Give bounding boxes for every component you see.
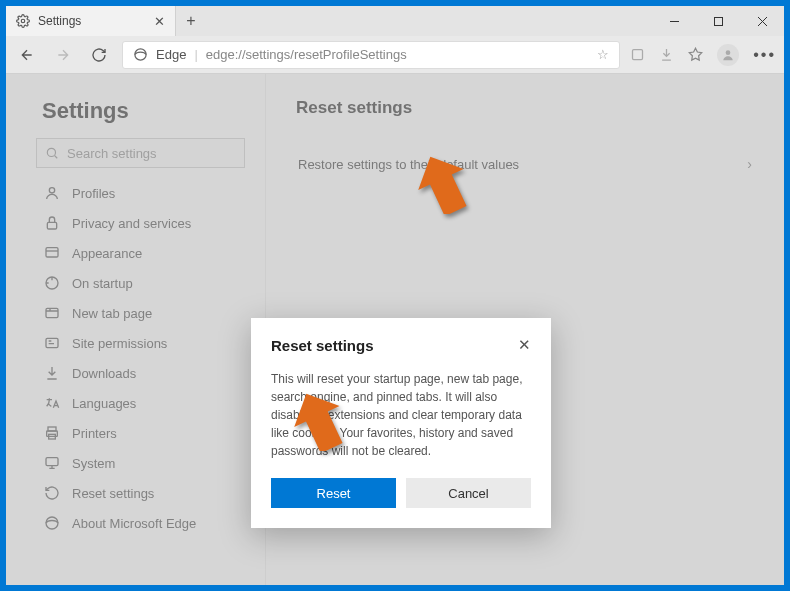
downloads-icon[interactable] <box>659 47 674 62</box>
svg-rect-6 <box>633 50 643 60</box>
favorite-icon[interactable]: ☆ <box>597 47 609 62</box>
annotation-arrow-2 <box>294 391 344 451</box>
reset-button[interactable]: Reset <box>271 478 396 508</box>
back-button[interactable] <box>14 42 40 68</box>
address-bar[interactable]: Edge | edge://settings/resetProfileSetti… <box>122 41 620 69</box>
scheme-label: Edge <box>156 47 186 62</box>
minimize-button[interactable] <box>652 6 696 36</box>
cancel-button[interactable]: Cancel <box>406 478 531 508</box>
close-tab-icon[interactable]: ✕ <box>154 14 165 29</box>
titlebar: Settings ✕ + <box>6 6 784 36</box>
svg-rect-2 <box>714 17 722 25</box>
url-text: edge://settings/resetProfileSettings <box>206 47 589 62</box>
edge-icon <box>133 47 148 62</box>
extensions-icon[interactable] <box>630 47 645 62</box>
maximize-button[interactable] <box>696 6 740 36</box>
close-icon[interactable]: ✕ <box>518 336 531 354</box>
new-tab-button[interactable]: + <box>176 6 206 36</box>
refresh-button[interactable] <box>86 42 112 68</box>
window-controls <box>652 6 784 36</box>
more-menu-icon[interactable]: ••• <box>753 46 776 64</box>
profile-avatar[interactable] <box>717 44 739 66</box>
forward-button[interactable] <box>50 42 76 68</box>
toolbar: Edge | edge://settings/resetProfileSetti… <box>6 36 784 74</box>
favorites-icon[interactable] <box>688 47 703 62</box>
content-area: Settings Search settings Profiles Privac… <box>6 74 784 585</box>
separator: | <box>194 47 197 62</box>
svg-point-5 <box>135 49 146 60</box>
annotation-arrow-1 <box>418 154 468 214</box>
tab-title: Settings <box>38 14 81 28</box>
dialog-title: Reset settings <box>271 337 374 354</box>
svg-point-0 <box>21 19 25 23</box>
browser-window: Settings ✕ + Edge | edge://settings/rese… <box>6 6 784 585</box>
svg-point-7 <box>726 50 731 55</box>
browser-tab[interactable]: Settings ✕ <box>6 6 176 36</box>
toolbar-right: ••• <box>630 44 776 66</box>
gear-icon <box>16 14 30 28</box>
close-window-button[interactable] <box>740 6 784 36</box>
